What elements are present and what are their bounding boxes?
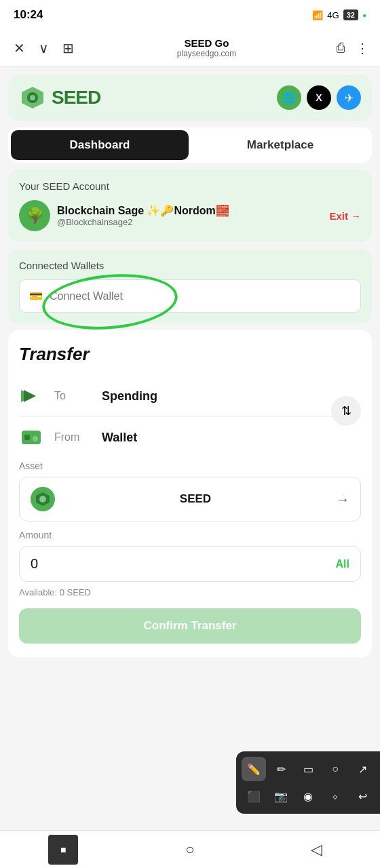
available-text: Available: 0 SEED (19, 587, 361, 597)
transfer-divider (19, 416, 361, 417)
amount-section-label: Amount (19, 530, 361, 540)
confirm-transfer-button[interactable]: Confirm Transfer (19, 608, 361, 644)
seed-logo-text: SEED (52, 87, 100, 108)
status-time: 10:24 (14, 8, 43, 22)
browser-url: playseedgo.com (85, 49, 328, 58)
x-icon-button[interactable]: X (307, 85, 331, 110)
status-wifi: 4G (327, 10, 339, 20)
browser-share-button[interactable]: ⎙ (337, 40, 345, 56)
browser-title-area: SEED Go playseedgo.com (85, 37, 328, 58)
tool-circle[interactable]: ○ (323, 757, 347, 781)
wallet-card-icon: 💳 (29, 290, 43, 302)
tool-color[interactable]: ◉ (296, 784, 320, 808)
browser-menu-button[interactable]: ⋮ (356, 40, 369, 56)
status-signal: 📶 (312, 10, 323, 20)
logo-area: SEED (19, 84, 100, 111)
annotation-toolbar: ✏️ ✏ ▭ ○ ↗ ⬛ 📷 ◉ ⬦ ↩ (236, 751, 380, 814)
exit-label: Exit (329, 210, 348, 222)
tab-dashboard[interactable]: Dashboard (11, 130, 189, 160)
svg-rect-6 (24, 435, 30, 440)
asset-name: SEED (62, 492, 329, 506)
transfer-to-row: To Spending ⇅ (19, 378, 361, 414)
svg-point-9 (39, 496, 46, 502)
svg-point-7 (33, 436, 38, 441)
transfer-title: Transfer (19, 344, 361, 365)
account-handle: @Blockchainsage2 (57, 217, 229, 227)
account-details: Blockchain Sage ✨🔑Nordom🧱 @Blockchainsag… (57, 204, 229, 227)
exit-button[interactable]: Exit → (329, 210, 361, 222)
account-name: Blockchain Sage ✨🔑Nordom🧱 (57, 204, 229, 217)
transfer-to-icon (19, 384, 43, 408)
browser-close-button[interactable]: ✕ (11, 37, 28, 59)
asset-selector-button[interactable]: SEED → (19, 477, 361, 521)
seed-logo-icon (19, 84, 46, 111)
main-content: SEED 🌐 X ✈ Dashboard Marketplace Your SE… (0, 66, 380, 672)
connect-wallet-label: Connect Wallet (50, 290, 123, 302)
transfer-from-row: From Wallet (19, 420, 361, 455)
transfer-to-value: Spending (102, 389, 157, 403)
bottom-home-button[interactable]: ○ (175, 835, 205, 865)
bottom-nav: ■ ○ ◁ (0, 830, 380, 868)
transfer-to-label: To (54, 390, 102, 402)
tool-arrow[interactable]: ↗ (350, 757, 375, 781)
status-battery-dot: ● (362, 12, 366, 19)
status-icons: 📶 4G 32 ● (312, 9, 366, 20)
tool-undo[interactable]: ↩ (350, 784, 375, 808)
transfer-from-label: From (54, 431, 102, 443)
asset-arrow-icon: → (336, 492, 349, 507)
transfer-from-value: Wallet (102, 431, 137, 445)
wallets-card: Connected Wallets 💳 Connect Wallet (8, 249, 372, 323)
transfer-from-icon (19, 425, 43, 450)
browser-bar: ✕ ∨ ⊞ SEED Go playseedgo.com ⎙ ⋮ (0, 30, 380, 66)
account-info: 🌳 Blockchain Sage ✨🔑Nordom🧱 @Blockchains… (19, 200, 361, 231)
svg-marker-4 (24, 390, 36, 402)
tool-blur[interactable]: ⬦ (323, 784, 347, 808)
exit-arrow-icon: → (351, 210, 361, 222)
account-section-label: Your SEED Account (19, 180, 361, 192)
header-social-icons: 🌐 X ✈ (277, 85, 361, 110)
connect-wallet-button[interactable]: 💳 Connect Wallet (19, 279, 361, 313)
telegram-icon-button[interactable]: ✈ (337, 85, 361, 110)
swap-icon: ⇅ (341, 403, 352, 418)
transfer-card: Transfer To Spending ⇅ (8, 330, 372, 657)
browser-actions: ⎙ ⋮ (337, 40, 369, 56)
amount-input-wrap: All (19, 546, 361, 582)
tool-camera[interactable]: 📷 (269, 784, 293, 808)
globe-icon-button[interactable]: 🌐 (277, 85, 301, 110)
tab-marketplace[interactable]: Marketplace (191, 130, 369, 160)
wallets-section-label: Connected Wallets (19, 260, 361, 271)
tool-eraser[interactable]: ✏ (269, 757, 293, 781)
account-row: 🌳 Blockchain Sage ✨🔑Nordom🧱 @Blockchains… (19, 200, 229, 231)
svg-point-2 (30, 95, 35, 100)
asset-section-label: Asset (19, 460, 361, 471)
tool-rectangle[interactable]: ▭ (296, 757, 320, 781)
status-battery: 32 (343, 9, 358, 20)
status-bar: 10:24 📶 4G 32 ● (0, 0, 380, 30)
bottom-back-button[interactable]: ◁ (302, 835, 332, 865)
browser-title: SEED Go (85, 37, 328, 49)
bottom-stop-button[interactable]: ■ (48, 835, 78, 865)
tool-pencil[interactable]: ✏️ (242, 757, 266, 781)
asset-icon (31, 487, 55, 511)
amount-input[interactable] (31, 556, 336, 572)
browser-tabs-button[interactable]: ⊞ (60, 37, 77, 59)
account-card: Your SEED Account 🌳 Blockchain Sage ✨🔑No… (8, 170, 372, 242)
browser-forward-button[interactable]: ∨ (36, 37, 52, 59)
account-avatar: 🌳 (19, 200, 50, 231)
nav-tabs: Dashboard Marketplace (8, 127, 372, 163)
header-card: SEED 🌐 X ✈ (8, 75, 372, 121)
tool-fill[interactable]: ⬛ (242, 784, 266, 808)
amount-all-button[interactable]: All (336, 558, 349, 570)
